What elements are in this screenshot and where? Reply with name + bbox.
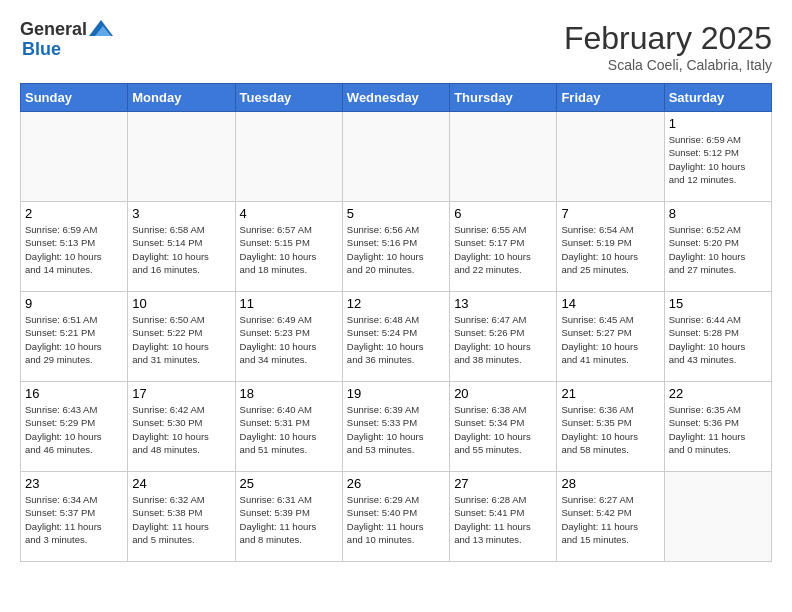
day-number: 4 — [240, 206, 338, 221]
calendar-day-cell: 17Sunrise: 6:42 AM Sunset: 5:30 PM Dayli… — [128, 382, 235, 472]
calendar-table: Sunday Monday Tuesday Wednesday Thursday… — [20, 83, 772, 562]
calendar-day-cell: 12Sunrise: 6:48 AM Sunset: 5:24 PM Dayli… — [342, 292, 449, 382]
day-number: 12 — [347, 296, 445, 311]
day-info: Sunrise: 6:51 AM Sunset: 5:21 PM Dayligh… — [25, 313, 123, 366]
calendar-day-cell: 9Sunrise: 6:51 AM Sunset: 5:21 PM Daylig… — [21, 292, 128, 382]
day-number: 7 — [561, 206, 659, 221]
day-info: Sunrise: 6:56 AM Sunset: 5:16 PM Dayligh… — [347, 223, 445, 276]
calendar-day-cell: 21Sunrise: 6:36 AM Sunset: 5:35 PM Dayli… — [557, 382, 664, 472]
calendar-day-cell — [21, 112, 128, 202]
day-number: 14 — [561, 296, 659, 311]
calendar-day-cell — [664, 472, 771, 562]
calendar-day-cell — [557, 112, 664, 202]
day-info: Sunrise: 6:57 AM Sunset: 5:15 PM Dayligh… — [240, 223, 338, 276]
day-number: 1 — [669, 116, 767, 131]
day-number: 16 — [25, 386, 123, 401]
col-thursday: Thursday — [450, 84, 557, 112]
logo: General Blue — [20, 20, 113, 60]
day-number: 8 — [669, 206, 767, 221]
calendar-week-row: 16Sunrise: 6:43 AM Sunset: 5:29 PM Dayli… — [21, 382, 772, 472]
calendar-day-cell: 13Sunrise: 6:47 AM Sunset: 5:26 PM Dayli… — [450, 292, 557, 382]
calendar-day-cell: 8Sunrise: 6:52 AM Sunset: 5:20 PM Daylig… — [664, 202, 771, 292]
calendar-day-cell: 27Sunrise: 6:28 AM Sunset: 5:41 PM Dayli… — [450, 472, 557, 562]
day-info: Sunrise: 6:49 AM Sunset: 5:23 PM Dayligh… — [240, 313, 338, 366]
day-info: Sunrise: 6:50 AM Sunset: 5:22 PM Dayligh… — [132, 313, 230, 366]
logo-general: General — [20, 20, 87, 40]
day-number: 24 — [132, 476, 230, 491]
calendar-day-cell: 10Sunrise: 6:50 AM Sunset: 5:22 PM Dayli… — [128, 292, 235, 382]
calendar-week-row: 1Sunrise: 6:59 AM Sunset: 5:12 PM Daylig… — [21, 112, 772, 202]
calendar-day-cell: 1Sunrise: 6:59 AM Sunset: 5:12 PM Daylig… — [664, 112, 771, 202]
day-number: 11 — [240, 296, 338, 311]
calendar-day-cell: 7Sunrise: 6:54 AM Sunset: 5:19 PM Daylig… — [557, 202, 664, 292]
calendar-day-cell: 5Sunrise: 6:56 AM Sunset: 5:16 PM Daylig… — [342, 202, 449, 292]
day-number: 19 — [347, 386, 445, 401]
month-title: February 2025 — [564, 20, 772, 57]
logo-icon — [89, 16, 113, 40]
day-number: 2 — [25, 206, 123, 221]
location-subtitle: Scala Coeli, Calabria, Italy — [564, 57, 772, 73]
day-info: Sunrise: 6:58 AM Sunset: 5:14 PM Dayligh… — [132, 223, 230, 276]
col-wednesday: Wednesday — [342, 84, 449, 112]
col-monday: Monday — [128, 84, 235, 112]
day-info: Sunrise: 6:34 AM Sunset: 5:37 PM Dayligh… — [25, 493, 123, 546]
day-number: 26 — [347, 476, 445, 491]
day-number: 6 — [454, 206, 552, 221]
calendar-day-cell: 20Sunrise: 6:38 AM Sunset: 5:34 PM Dayli… — [450, 382, 557, 472]
calendar-day-cell: 15Sunrise: 6:44 AM Sunset: 5:28 PM Dayli… — [664, 292, 771, 382]
day-info: Sunrise: 6:52 AM Sunset: 5:20 PM Dayligh… — [669, 223, 767, 276]
calendar-day-cell — [450, 112, 557, 202]
calendar-day-cell — [342, 112, 449, 202]
day-info: Sunrise: 6:55 AM Sunset: 5:17 PM Dayligh… — [454, 223, 552, 276]
day-number: 28 — [561, 476, 659, 491]
day-number: 27 — [454, 476, 552, 491]
day-info: Sunrise: 6:39 AM Sunset: 5:33 PM Dayligh… — [347, 403, 445, 456]
col-tuesday: Tuesday — [235, 84, 342, 112]
calendar-day-cell: 24Sunrise: 6:32 AM Sunset: 5:38 PM Dayli… — [128, 472, 235, 562]
calendar-day-cell: 4Sunrise: 6:57 AM Sunset: 5:15 PM Daylig… — [235, 202, 342, 292]
calendar-day-cell: 6Sunrise: 6:55 AM Sunset: 5:17 PM Daylig… — [450, 202, 557, 292]
calendar-day-cell: 28Sunrise: 6:27 AM Sunset: 5:42 PM Dayli… — [557, 472, 664, 562]
calendar-day-cell: 2Sunrise: 6:59 AM Sunset: 5:13 PM Daylig… — [21, 202, 128, 292]
calendar-day-cell: 19Sunrise: 6:39 AM Sunset: 5:33 PM Dayli… — [342, 382, 449, 472]
day-info: Sunrise: 6:45 AM Sunset: 5:27 PM Dayligh… — [561, 313, 659, 366]
calendar-week-row: 9Sunrise: 6:51 AM Sunset: 5:21 PM Daylig… — [21, 292, 772, 382]
day-info: Sunrise: 6:54 AM Sunset: 5:19 PM Dayligh… — [561, 223, 659, 276]
header: General Blue February 2025 Scala Coeli, … — [20, 20, 772, 73]
day-number: 9 — [25, 296, 123, 311]
day-number: 23 — [25, 476, 123, 491]
calendar-day-cell: 25Sunrise: 6:31 AM Sunset: 5:39 PM Dayli… — [235, 472, 342, 562]
title-area: February 2025 Scala Coeli, Calabria, Ita… — [564, 20, 772, 73]
calendar-day-cell — [235, 112, 342, 202]
day-info: Sunrise: 6:27 AM Sunset: 5:42 PM Dayligh… — [561, 493, 659, 546]
day-info: Sunrise: 6:40 AM Sunset: 5:31 PM Dayligh… — [240, 403, 338, 456]
calendar-day-cell: 14Sunrise: 6:45 AM Sunset: 5:27 PM Dayli… — [557, 292, 664, 382]
day-info: Sunrise: 6:31 AM Sunset: 5:39 PM Dayligh… — [240, 493, 338, 546]
day-number: 5 — [347, 206, 445, 221]
day-info: Sunrise: 6:32 AM Sunset: 5:38 PM Dayligh… — [132, 493, 230, 546]
logo-blue: Blue — [22, 40, 113, 60]
calendar-day-cell: 23Sunrise: 6:34 AM Sunset: 5:37 PM Dayli… — [21, 472, 128, 562]
calendar-day-cell: 11Sunrise: 6:49 AM Sunset: 5:23 PM Dayli… — [235, 292, 342, 382]
day-info: Sunrise: 6:44 AM Sunset: 5:28 PM Dayligh… — [669, 313, 767, 366]
col-sunday: Sunday — [21, 84, 128, 112]
calendar-day-cell: 26Sunrise: 6:29 AM Sunset: 5:40 PM Dayli… — [342, 472, 449, 562]
day-info: Sunrise: 6:48 AM Sunset: 5:24 PM Dayligh… — [347, 313, 445, 366]
day-info: Sunrise: 6:43 AM Sunset: 5:29 PM Dayligh… — [25, 403, 123, 456]
calendar-week-row: 2Sunrise: 6:59 AM Sunset: 5:13 PM Daylig… — [21, 202, 772, 292]
day-number: 22 — [669, 386, 767, 401]
day-number: 13 — [454, 296, 552, 311]
day-info: Sunrise: 6:38 AM Sunset: 5:34 PM Dayligh… — [454, 403, 552, 456]
col-friday: Friday — [557, 84, 664, 112]
day-number: 17 — [132, 386, 230, 401]
day-info: Sunrise: 6:47 AM Sunset: 5:26 PM Dayligh… — [454, 313, 552, 366]
col-saturday: Saturday — [664, 84, 771, 112]
day-info: Sunrise: 6:35 AM Sunset: 5:36 PM Dayligh… — [669, 403, 767, 456]
day-number: 10 — [132, 296, 230, 311]
day-number: 20 — [454, 386, 552, 401]
day-number: 21 — [561, 386, 659, 401]
day-number: 25 — [240, 476, 338, 491]
calendar-day-cell: 16Sunrise: 6:43 AM Sunset: 5:29 PM Dayli… — [21, 382, 128, 472]
day-number: 18 — [240, 386, 338, 401]
calendar-header-row: Sunday Monday Tuesday Wednesday Thursday… — [21, 84, 772, 112]
